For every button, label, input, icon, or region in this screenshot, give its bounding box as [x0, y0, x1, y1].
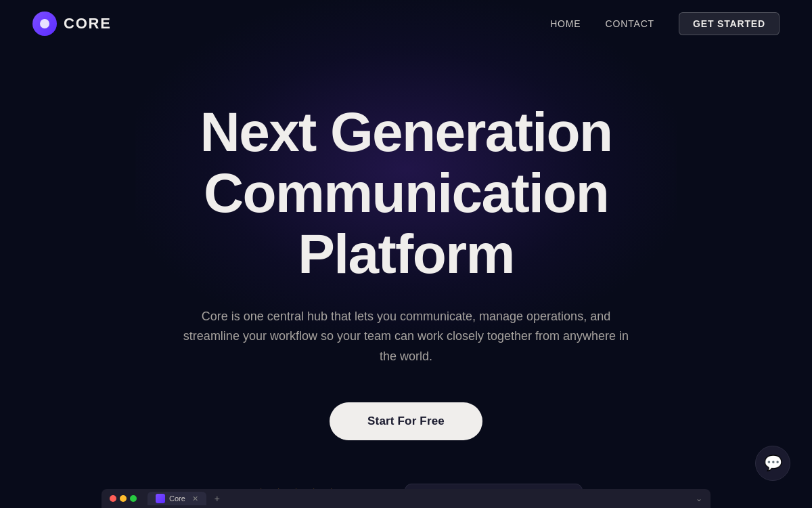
- nav-get-started[interactable]: GET STARTED: [679, 12, 780, 35]
- hero-title-line2: Communication Platform: [204, 162, 608, 284]
- hero-subtitle: Core is one central hub that lets you co…: [176, 307, 636, 367]
- logo-text: CORE: [64, 15, 112, 33]
- browser-dots: [110, 495, 137, 502]
- browser-tab-icon: [156, 494, 165, 503]
- logo-icon: [32, 12, 57, 36]
- browser-new-tab[interactable]: +: [215, 493, 220, 504]
- navbar: CORE HOME CONTACT GET STARTED: [0, 0, 812, 47]
- hero-title-line1: Next Generation: [200, 101, 612, 163]
- browser-bar: Core ✕ + ⌄: [102, 489, 710, 508]
- browser-tab[interactable]: Core ✕: [148, 492, 206, 505]
- browser-maximize-dot[interactable]: [130, 495, 137, 502]
- browser-tab-close-icon[interactable]: ✕: [192, 494, 198, 503]
- nav-home[interactable]: HOME: [550, 18, 581, 29]
- logo[interactable]: CORE: [32, 12, 112, 36]
- hero-section: Next Generation Communication Platform C…: [0, 47, 812, 508]
- cta-button[interactable]: Start For Free: [330, 402, 482, 440]
- browser-minimize-dot[interactable]: [120, 495, 127, 502]
- chat-icon: 💬: [764, 454, 782, 472]
- hero-title: Next Generation Communication Platform: [102, 102, 710, 285]
- browser-close-dot[interactable]: [110, 495, 116, 502]
- nav-contact[interactable]: CONTACT: [606, 18, 655, 29]
- browser-tab-label: Core: [169, 494, 185, 503]
- chat-button[interactable]: 💬: [755, 446, 790, 481]
- nav-links: HOME CONTACT GET STARTED: [550, 12, 780, 35]
- browser-expand-icon[interactable]: ⌄: [696, 494, 702, 503]
